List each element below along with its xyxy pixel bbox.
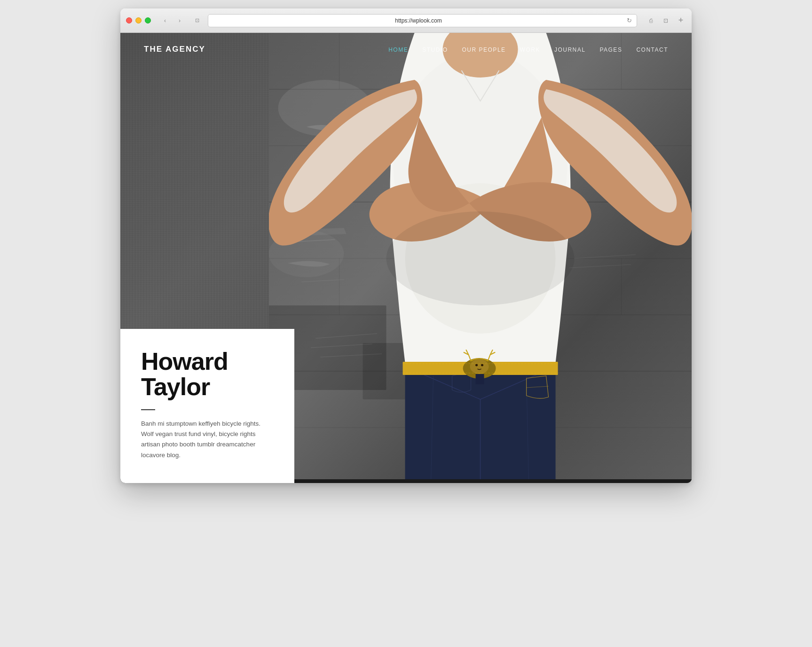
nav-link-journal[interactable]: JOURNAL [554,47,586,53]
browser-titlebar: ‹ › ⊡ https://wplook.com ↻ ⎙ ⊡ + [120,8,692,33]
hero-section: THE AGENCY HOME STUDIO OUR PEOPLE WORK [120,33,692,483]
nav-links: HOME STUDIO OUR PEOPLE WORK JOURNAL [388,45,668,54]
nav-item-studio[interactable]: STUDIO [422,45,448,54]
browser-window: ‹ › ⊡ https://wplook.com ↻ ⎙ ⊡ + [120,8,692,483]
nav-link-home[interactable]: HOME [388,47,408,53]
forward-button[interactable]: › [173,16,186,26]
hero-image [269,33,692,483]
site-nav: THE AGENCY HOME STUDIO OUR PEOPLE WORK [120,33,692,66]
svg-point-35 [475,364,478,366]
nav-item-contact[interactable]: CONTACT [636,45,668,54]
nav-item-work[interactable]: WORK [520,45,540,54]
back-button[interactable]: ‹ [158,16,172,26]
nav-link-our-people[interactable]: OUR PEOPLE [462,47,506,53]
svg-rect-39 [475,374,484,384]
svg-point-34 [470,359,489,374]
close-button[interactable] [126,17,132,23]
maximize-button[interactable] [145,17,151,23]
minimize-button[interactable] [135,17,142,23]
info-card: Howard Taylor Banh mi stumptown keffiyeh… [120,329,294,483]
divider [141,409,155,410]
new-tab-button[interactable]: + [676,16,686,26]
traffic-lights [126,17,151,23]
nav-item-journal[interactable]: JOURNAL [554,45,586,54]
nav-link-pages[interactable]: PAGES [599,47,622,53]
browser-actions: ⎙ ⊡ [645,16,672,26]
website-content: THE AGENCY HOME STUDIO OUR PEOPLE WORK [120,33,692,483]
nav-item-our-people[interactable]: OUR PEOPLE [462,45,506,54]
share-button[interactable]: ⎙ [645,16,657,26]
svg-point-43 [386,211,574,305]
nav-link-work[interactable]: WORK [520,47,540,53]
nav-item-pages[interactable]: PAGES [599,45,622,54]
nav-item-home[interactable]: HOME [388,45,408,54]
url-text: https://wplook.com [213,17,624,24]
address-bar[interactable]: https://wplook.com ↻ [208,14,637,27]
person-bio: Banh mi stumptown keffiyeh bicycle right… [141,419,274,460]
nav-buttons: ‹ › [158,16,186,26]
site-logo[interactable]: THE AGENCY [144,45,205,54]
tab-icon: ⊡ [192,16,202,26]
bottom-strip [294,479,692,483]
reload-icon[interactable]: ↻ [627,17,632,24]
reading-list-button[interactable]: ⊡ [660,16,672,26]
nav-link-contact[interactable]: CONTACT [636,47,668,53]
nav-link-studio[interactable]: STUDIO [422,47,448,53]
svg-point-36 [481,364,483,366]
person-name: Howard Taylor [141,349,274,400]
